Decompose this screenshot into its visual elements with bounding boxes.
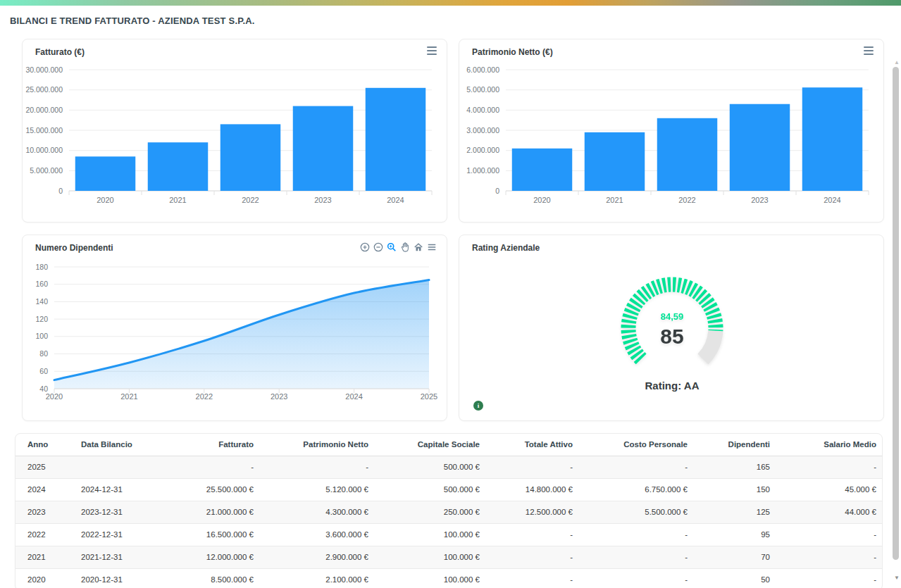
vertical-scrollbar: ▲ ▼ — [891, 0, 901, 588]
x-axis-tick: 2025 — [421, 392, 437, 401]
bar[interactable] — [220, 124, 280, 191]
patrimonio-netto-card: Patrimonio Netto (€) 6.000.0005.000.0004… — [459, 39, 884, 223]
bar[interactable] — [293, 106, 353, 191]
table-cell: - — [777, 546, 883, 568]
x-axis-tick: 2023 — [271, 392, 287, 401]
zoom-out-icon[interactable] — [373, 242, 383, 252]
table-cell: 2022-12-31 — [74, 523, 173, 546]
table-cell: - — [487, 568, 580, 588]
y-axis-tick: 120 — [35, 315, 48, 323]
menu-icon[interactable] — [864, 46, 874, 55]
table-row: 20202020-12-318.500.000 €2.100.000 €100.… — [15, 568, 883, 588]
numero-dipendenti-area-chart[interactable]: 1801601401201008060402020202120222023202… — [23, 256, 448, 418]
x-axis-tick: 2022 — [196, 392, 213, 401]
gauge-track — [703, 331, 716, 359]
table-cell: 95 — [695, 523, 777, 546]
table-cell: 2.900.000 € — [261, 546, 375, 568]
column-header: Costo Personale — [580, 434, 695, 456]
rating-aziendale-card: Rating Aziendale 84,5985 Rating: AA i — [459, 234, 884, 421]
table-cell: 2023-12-31 — [74, 501, 173, 523]
table-cell: 14.800.000 € — [487, 478, 580, 501]
table-cell: 250.000 € — [375, 501, 487, 523]
fatturato-card: Fatturato (€) 30.000.00025.000.00020.000… — [22, 39, 447, 223]
table-cell: 2020 — [15, 568, 74, 588]
column-header: Data Bilancio — [74, 434, 173, 456]
table-cell: 100.000 € — [375, 523, 487, 546]
table-cell: 5.120.000 € — [261, 478, 375, 501]
table-cell: - — [777, 456, 883, 478]
table-cell: 2023 — [15, 501, 74, 523]
column-header: Totale Attivo — [487, 434, 580, 456]
scrollbar-up-arrow[interactable]: ▲ — [894, 59, 900, 65]
table-cell: - — [580, 456, 695, 478]
x-axis-tick: 2020 — [533, 196, 550, 204]
bar[interactable] — [802, 87, 862, 191]
menu-icon[interactable] — [426, 242, 437, 252]
bar[interactable] — [148, 142, 208, 191]
y-axis-tick: 20.000.000 — [25, 106, 63, 114]
y-axis-tick: 2.000.000 — [466, 146, 499, 154]
column-header: Capitale Sociale — [375, 434, 487, 456]
menu-icon[interactable] — [427, 46, 437, 55]
table-cell: 2022 — [15, 523, 74, 546]
table-row: 2025--500.000 €--165- — [15, 456, 883, 478]
table-cell: - — [487, 523, 580, 546]
x-axis-tick: 2024 — [387, 196, 404, 204]
patrimonio-netto-bar-chart[interactable]: 6.000.0005.000.0004.000.0003.000.0002.00… — [459, 59, 885, 221]
pan-icon[interactable] — [399, 242, 410, 252]
home-icon[interactable] — [413, 242, 423, 252]
y-axis-tick: 60 — [39, 367, 48, 375]
x-axis-tick: 2020 — [46, 392, 63, 401]
table-cell: 45.000 € — [777, 478, 883, 501]
info-icon[interactable]: i — [473, 401, 483, 411]
scrollbar-thumb[interactable] — [893, 67, 899, 560]
y-axis-tick: 3.000.000 — [466, 126, 499, 135]
selection-zoom-icon[interactable] — [386, 242, 397, 252]
x-axis-tick: 2021 — [120, 392, 137, 401]
rating-label: Rating: AA — [459, 380, 885, 392]
column-header: Fatturato — [173, 434, 261, 456]
table-row: 20222022-12-3116.500.000 €3.600.000 €100… — [15, 523, 883, 546]
table-cell: 12.000.000 € — [173, 546, 261, 568]
y-axis-tick: 6.000.000 — [466, 65, 499, 74]
column-header: Salario Medio — [777, 434, 883, 456]
column-header: Dipendenti — [695, 434, 777, 456]
bar[interactable] — [366, 88, 425, 191]
table-cell: 100.000 € — [375, 546, 487, 568]
table-cell: 50 — [695, 568, 777, 588]
table-cell: 2021-12-31 — [74, 546, 173, 568]
table-cell: - — [261, 456, 375, 478]
bar[interactable] — [657, 118, 717, 191]
table-cell: - — [777, 568, 883, 588]
rating-chart-title: Rating Aziendale — [472, 243, 540, 253]
table-cell: 2021 — [15, 546, 74, 568]
table-cell: 500.000 € — [375, 478, 487, 501]
y-axis-tick: 0 — [58, 187, 63, 195]
bar[interactable] — [512, 149, 572, 191]
table-cell: 500.000 € — [375, 456, 487, 478]
table-cell: 5.500.000 € — [580, 501, 695, 523]
table-cell: 3.600.000 € — [261, 523, 375, 546]
y-axis-tick: 5.000.000 — [30, 166, 63, 175]
bar[interactable] — [730, 104, 790, 191]
x-axis-tick: 2022 — [678, 196, 695, 204]
page-title: BILANCI E TREND FATTURATO - AZIENDA TEST… — [10, 15, 255, 26]
bilanci-table-card: AnnoData BilancioFatturatoPatrimonio Net… — [15, 433, 883, 588]
top-gradient-bar — [0, 0, 901, 6]
gauge-value: 85 — [660, 325, 683, 348]
table-cell: 21.000.000 € — [173, 501, 261, 523]
bar[interactable] — [75, 156, 135, 191]
bar[interactable] — [585, 132, 645, 191]
table-cell: 25.500.000 € — [173, 478, 261, 501]
zoom-in-icon[interactable] — [359, 242, 370, 252]
bilanci-table: AnnoData BilancioFatturatoPatrimonio Net… — [15, 434, 883, 588]
fatturato-bar-chart[interactable]: 30.000.00025.000.00020.000.00015.000.000… — [23, 59, 448, 221]
table-cell: 2020-12-31 — [74, 568, 173, 588]
x-axis-tick: 2023 — [751, 196, 768, 204]
y-axis-tick: 0 — [495, 187, 499, 195]
table-cell: - — [580, 546, 695, 568]
dipendenti-chart-title: Numero Dipendenti — [35, 243, 113, 253]
table-cell: 2024-12-31 — [74, 478, 173, 501]
scrollbar-down-arrow[interactable]: ▼ — [894, 575, 900, 581]
column-header: Patrimonio Netto — [261, 434, 375, 456]
